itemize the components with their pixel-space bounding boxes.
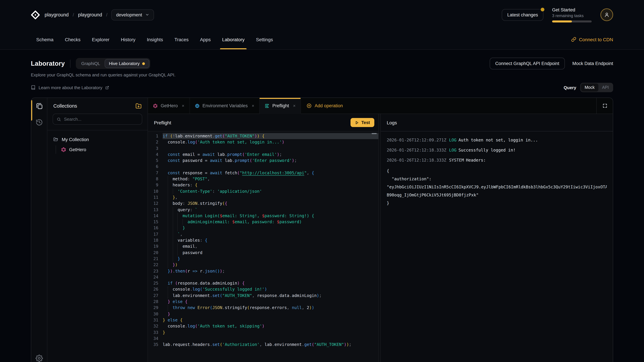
nav-tab-apps[interactable]: Apps <box>200 29 211 49</box>
play-icon <box>355 120 359 124</box>
code-line: 12 body: JSON.stringify({ <box>148 201 378 207</box>
endpoint-mode-control: Query Mock API <box>564 83 613 92</box>
get-started-progress-fill <box>552 20 572 22</box>
get-started-subtitle: 3 remaining tasks <box>552 13 592 18</box>
page-title: Laboratory <box>31 60 65 67</box>
project-nav: SchemaChecksExplorerHistoryInsightsTrace… <box>0 29 644 50</box>
new-collection-icon[interactable] <box>136 103 142 109</box>
external-link-icon <box>105 86 109 89</box>
nav-tab-settings[interactable]: Settings <box>256 29 273 49</box>
code-line: 27 lab.environment.set("AUTH_TOKEN", res… <box>148 293 378 299</box>
book-icon <box>31 85 36 90</box>
nav-tab-history[interactable]: History <box>121 29 135 49</box>
code-line: 26 console.log('Successfully logged in!'… <box>148 286 378 293</box>
code-line: 30 } <box>148 311 378 317</box>
code-editor[interactable]: 1if (!lab.environment.get("AUTH_TOKEN"))… <box>148 131 378 362</box>
code-line: 3 <box>148 145 378 151</box>
toggle-hive-laboratory[interactable]: Hive Laboratory <box>104 59 150 68</box>
sidebar-rail <box>31 98 47 362</box>
nav-items: SchemaChecksExplorerHistoryInsightsTrace… <box>31 29 273 49</box>
user-avatar[interactable] <box>600 8 613 21</box>
log-entry: 2026-01-26T12:12:18.333ZLOGSuccessfully … <box>387 147 607 153</box>
code-line: 9 headers: { <box>148 182 378 188</box>
log-json-line: } <box>387 199 607 207</box>
code-line: 22 }) <box>148 262 378 268</box>
breadcrumb-separator: / <box>73 12 74 17</box>
tab-label: GetHero <box>161 103 178 108</box>
get-started-widget[interactable]: Get Started 3 remaining tasks <box>552 7 592 22</box>
connect-to-cdn-label: Connect to CDN <box>579 37 613 42</box>
user-icon <box>604 12 610 17</box>
breadcrumb-org[interactable]: playground <box>44 12 69 17</box>
code-line: 19 email, <box>148 244 378 250</box>
active-rail-indicator <box>31 100 32 121</box>
add-operation-button[interactable]: Add operation <box>301 98 348 114</box>
learn-more-link[interactable]: Learn more about the Laboratory <box>31 85 109 90</box>
history-rail-icon[interactable] <box>36 119 43 126</box>
tab-label: Preflight <box>272 103 289 108</box>
panel-divider[interactable] <box>378 114 381 362</box>
get-started-title: Get Started <box>552 7 592 12</box>
divider <box>70 59 70 67</box>
fullscreen-button[interactable] <box>596 98 613 114</box>
connect-graphql-endpoint-button[interactable]: Connect GraphQL API Endpoint <box>490 58 565 69</box>
environment-selector[interactable]: development <box>112 9 154 20</box>
latest-changes-button[interactable]: Latest changes <box>502 9 544 21</box>
toggle-graphiql[interactable]: GraphiQL <box>77 59 105 68</box>
minimap-handle[interactable] <box>372 133 377 134</box>
code-line: 15 adminLogin(email: $email, password: $… <box>148 219 378 225</box>
nav-tab-insights[interactable]: Insights <box>147 29 163 49</box>
code-line: 1if (!lab.environment.get("AUTH_TOKEN"))… <box>148 133 378 139</box>
operation-gethero[interactable]: GetHero <box>61 145 142 154</box>
link-icon <box>571 37 576 42</box>
collection-folder-label: My Collection <box>62 137 89 142</box>
toggle-hive-label: Hive Laboratory <box>109 61 140 66</box>
query-label: Query <box>564 85 576 90</box>
mode-mock[interactable]: Mock <box>581 83 598 91</box>
settings-gear-icon[interactable] <box>36 355 43 362</box>
laboratory-header: Laboratory GraphiQL Hive Laboratory Conn… <box>0 50 644 97</box>
tab-environment-variables[interactable]: Environment Variables × <box>190 98 260 114</box>
breadcrumb-project[interactable]: playground <box>78 12 102 17</box>
collection-folder[interactable]: My Collection <box>53 137 142 142</box>
globe-icon <box>195 103 200 108</box>
nav-tab-traces[interactable]: Traces <box>174 29 189 49</box>
code-line: 20 password <box>148 250 378 256</box>
code-line: 13 query: ` <box>148 207 378 213</box>
notification-dot <box>541 7 544 11</box>
code-line: 28 } else { <box>148 299 378 305</box>
log-entry: 2026-01-26T12:12:18.333ZSYSTEMHeaders: <box>387 157 607 164</box>
close-tab-icon[interactable]: × <box>182 103 184 108</box>
test-button[interactable]: Test <box>350 118 374 127</box>
workbench: GetHero × Environment Variables × Prefli… <box>148 98 613 362</box>
nav-tab-laboratory[interactable]: Laboratory <box>222 29 244 49</box>
plus-circle-icon <box>306 103 312 108</box>
log-json-line: { <box>387 167 607 175</box>
code-line: 24 <box>148 274 378 280</box>
latest-changes-label: Latest changes <box>507 12 538 17</box>
code-line: 14 mutation Login($email: String!, $pass… <box>148 213 378 219</box>
script-icon <box>265 103 269 108</box>
code-line: 11 }, <box>148 194 378 201</box>
collections-rail-icon[interactable] <box>36 103 43 110</box>
mock-data-endpoint-button[interactable]: Mock Data Endpoint <box>572 61 613 66</box>
mode-api[interactable]: API <box>598 83 612 91</box>
tab-gethero[interactable]: GetHero × <box>148 98 190 114</box>
log-json-line: "authorization": <box>387 175 607 183</box>
app-window: playground / playground / development La… <box>0 0 644 362</box>
nav-tab-checks[interactable]: Checks <box>65 29 80 49</box>
logs-output[interactable]: 2026-01-26T12:12:09.271ZLOGAuth token no… <box>381 131 613 362</box>
tab-preflight[interactable]: Preflight × <box>260 98 301 114</box>
search-input[interactable] <box>64 117 138 122</box>
code-line: 16 } <box>148 225 378 231</box>
brand: playground / playground / development <box>31 9 154 20</box>
nav-tab-schema[interactable]: Schema <box>36 29 54 49</box>
code-line: 7 const response = await fetch("http://l… <box>148 170 378 176</box>
close-tab-icon[interactable]: × <box>252 103 254 108</box>
hive-logo-icon[interactable] <box>31 10 40 19</box>
close-tab-icon[interactable]: × <box>293 103 296 108</box>
graphql-icon <box>153 103 158 108</box>
connect-to-cdn-link[interactable]: Connect to CDN <box>571 29 613 49</box>
preflight-title: Preflight <box>154 120 171 125</box>
nav-tab-explorer[interactable]: Explorer <box>92 29 109 49</box>
